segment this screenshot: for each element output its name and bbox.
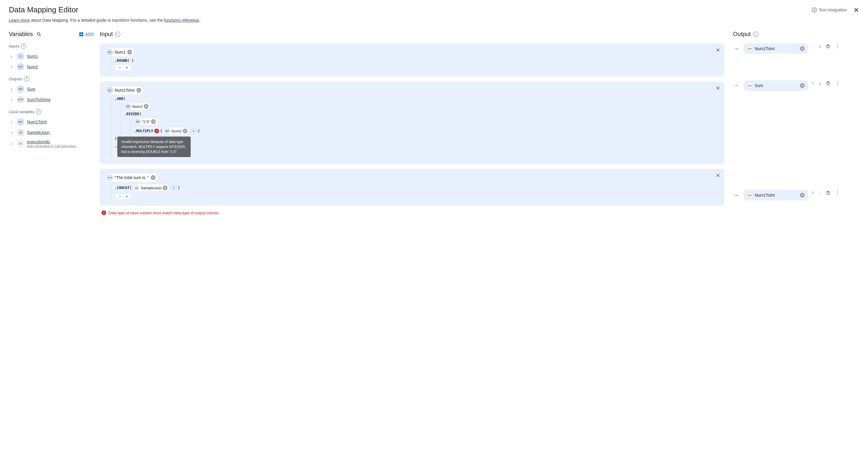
chevron-right-icon: ›	[9, 87, 14, 92]
variable-pill[interactable]: {J} SampleJson ✕	[133, 184, 170, 192]
close-icon[interactable]: ✕	[716, 47, 720, 53]
variable-pill[interactable]: INT Num2 ✕	[163, 127, 189, 135]
minus-icon[interactable]: −	[119, 65, 121, 70]
input-column-header: Input	[100, 31, 113, 37]
search-icon[interactable]	[36, 32, 42, 37]
chevron-right-icon: ›	[9, 141, 14, 146]
remove-icon[interactable]: ✕	[151, 119, 156, 124]
input-card: ✕ INT Num1 ✕ .ROUND( ) −+	[100, 43, 724, 77]
footer-error: ! Data type of input column must match d…	[101, 210, 724, 215]
function-call[interactable]: .ADD(	[115, 97, 125, 101]
info-icon[interactable]: i	[753, 32, 758, 37]
output-column-header: Output	[733, 31, 751, 37]
variable-name: Num1	[27, 54, 38, 59]
variables-sidebar: Variables ADD Inputs ? › D Num1	[9, 31, 94, 215]
output-pill[interactable]: INT Num1ToInt ✕	[744, 190, 808, 200]
error-icon[interactable]: !	[154, 129, 159, 133]
error-tooltip: Invalid expression because of data type …	[117, 137, 191, 157]
delete-icon[interactable]	[826, 44, 831, 48]
remove-icon[interactable]: ✕	[144, 104, 149, 109]
variable-item[interactable]: › INT Num1ToInt	[9, 116, 94, 127]
learn-more-link[interactable]: Learn more	[9, 18, 30, 23]
function-call[interactable]: .DIVIDE(	[124, 112, 142, 116]
type-badge: [S]	[17, 140, 24, 147]
delete-icon[interactable]	[826, 191, 831, 195]
move-down-icon[interactable]: ↓	[819, 44, 821, 49]
variable-name: executionIds	[27, 139, 76, 144]
chevron-right-icon: ›	[9, 64, 14, 69]
variable-item[interactable]: › D Num1	[9, 51, 94, 62]
move-up-icon[interactable]: ↑	[812, 190, 814, 196]
more-menu-icon[interactable]: ⋮	[835, 43, 840, 49]
variable-item[interactable]: › {J} SampleJson	[9, 127, 94, 138]
remove-icon[interactable]: ✕	[127, 50, 132, 55]
functions-reference-link[interactable]: functions reference	[164, 18, 199, 23]
arrow-right-icon: →	[733, 190, 740, 198]
function-call[interactable]: .MULTIPLY	[134, 129, 153, 133]
error-icon: !	[101, 210, 106, 215]
variable-item[interactable]: › STR SumToString	[9, 94, 94, 105]
output-pill[interactable]: INT Num1ToInt ✕	[744, 43, 808, 54]
remove-icon[interactable]: ✕	[800, 193, 805, 198]
remove-icon[interactable]: ✕	[136, 88, 141, 93]
variable-item[interactable]: › INT Sum	[9, 84, 94, 94]
move-up-icon[interactable]: ↑	[812, 80, 814, 86]
type-badge: D	[17, 53, 24, 60]
close-icon[interactable]: ✕	[716, 172, 720, 179]
more-menu-icon[interactable]: ⋮	[835, 80, 840, 86]
close-icon[interactable]: ✕	[716, 85, 720, 92]
variable-name: Num1ToInt	[27, 120, 47, 124]
remove-icon[interactable]: ✕	[163, 185, 167, 190]
more-menu-icon[interactable]: ⋮	[835, 190, 840, 196]
move-down-icon[interactable]: ↓	[819, 80, 821, 86]
help-icon[interactable]: ?	[36, 109, 41, 114]
test-integration-button[interactable]: Test Integration	[812, 7, 847, 12]
plus-icon[interactable]: +	[125, 65, 128, 70]
add-arg-icon[interactable]: +	[191, 128, 196, 134]
move-up-icon: ↑	[812, 44, 814, 49]
delete-icon[interactable]	[826, 81, 831, 86]
function-call[interactable]: .ROUND( )	[115, 59, 134, 63]
remove-icon[interactable]: ✕	[183, 129, 187, 133]
help-icon[interactable]: ?	[24, 76, 29, 81]
chevron-right-icon: ›	[9, 120, 14, 124]
variable-name: SampleJson	[27, 130, 50, 135]
variable-pill[interactable]: INT Num1 ✕	[105, 47, 135, 57]
plus-icon[interactable]: +	[125, 194, 128, 199]
add-variable-button[interactable]: ADD	[79, 32, 94, 37]
test-integration-label: Test Integration	[819, 8, 847, 12]
variable-name: SumToString	[27, 97, 51, 102]
arrow-right-icon: →	[733, 43, 740, 52]
variables-title: Variables	[9, 31, 33, 37]
locals-group-label: Local variables ?	[9, 109, 94, 114]
variable-item[interactable]: › INT Num2	[9, 62, 94, 72]
chevron-right-icon: ›	[9, 130, 14, 135]
variable-item[interactable]: › [S] executionIds Auto-generated by Cal…	[9, 138, 94, 149]
variable-name: Num2	[27, 64, 38, 69]
minus-icon[interactable]: −	[119, 194, 121, 199]
info-icon[interactable]: i	[115, 32, 120, 37]
remove-icon[interactable]: ✕	[800, 83, 805, 88]
literal-pill[interactable]: INT "2.5" ✕	[134, 118, 158, 126]
help-icon[interactable]: ?	[21, 43, 26, 48]
close-icon[interactable]	[853, 7, 859, 13]
chevron-right-icon: ›	[9, 54, 14, 59]
type-badge: STR	[17, 96, 24, 103]
input-card: ✕ INT Num1ToInt ✕ .ADD( INT Num2	[100, 81, 724, 164]
remove-icon[interactable]: ✕	[151, 175, 155, 180]
variable-pill[interactable]: INT Num2 ✕	[124, 103, 151, 110]
add-arg-icon[interactable]: +	[171, 185, 177, 191]
variable-pill[interactable]: INT Num1ToInt ✕	[105, 86, 144, 95]
output-pill[interactable]: INT Sum ✕	[744, 80, 808, 91]
move-down-icon: ↓	[819, 190, 821, 196]
add-remove-fn[interactable]: −+	[115, 193, 132, 200]
variable-pill[interactable]: STR "The total sum is: " ✕	[105, 173, 158, 182]
add-remove-fn[interactable]: −+	[115, 64, 132, 71]
remove-icon[interactable]: ✕	[800, 46, 805, 51]
variable-name: Sum	[27, 87, 35, 92]
inputs-group-label: Inputs ?	[9, 43, 94, 48]
outputs-group-label: Outputs ?	[9, 76, 94, 81]
svg-point-1	[37, 33, 40, 35]
type-badge: INT	[17, 63, 24, 70]
function-call[interactable]: .CONCAT(	[115, 186, 132, 190]
